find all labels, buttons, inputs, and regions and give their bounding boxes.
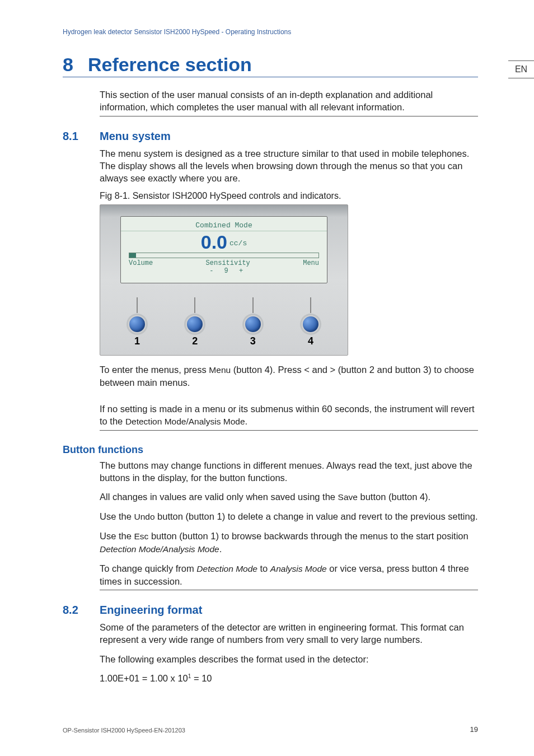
save-literal: Save xyxy=(338,492,358,502)
knob-number: 3 xyxy=(250,335,256,347)
screen-sens-nums: - 9 + xyxy=(153,267,303,275)
btnfn-p4a: Use the xyxy=(100,531,134,541)
header-sep: - xyxy=(219,28,226,36)
s82-eq: 1.00E+01 = 1.00 x 101 = 10 xyxy=(100,672,478,684)
btnfn-p3: Use the Undo button (button 1) to delete… xyxy=(100,510,478,523)
knob-number: 4 xyxy=(308,335,313,347)
device-panel: Combined Mode 0.0cc/s Volume Sensitivity… xyxy=(100,204,348,356)
screen-bar xyxy=(129,253,319,258)
knob-icon[interactable] xyxy=(128,315,146,333)
footer-doc-id: OP-Sensistor ISH2000 HySpeed-EN-201203 xyxy=(63,727,185,734)
screen-bar-fill xyxy=(129,253,136,258)
screen-label-sensitivity: Sensitivity - 9 + xyxy=(153,259,303,275)
s82-p1: Some of the parameters of the detector a… xyxy=(100,621,478,646)
knob-4: 4 xyxy=(302,297,320,347)
intro-text: This section of the user manual consists… xyxy=(100,88,478,114)
screen-unit: cc/s xyxy=(229,239,247,248)
language-tab: EN xyxy=(508,60,534,78)
chapter-heading: 8 Reference section xyxy=(63,54,478,77)
knob-icon[interactable] xyxy=(302,315,320,333)
knob-stick-icon xyxy=(252,297,254,313)
btnfn-p3a: Use the xyxy=(100,511,134,521)
btnfn-p5: To change quickly from Detection Mode to… xyxy=(100,562,478,587)
section-number: 8.2 xyxy=(63,604,88,617)
knob-number: 2 xyxy=(192,335,198,347)
figure-caption: Fig 8-1. Sensistor ISH2000 HySpeed contr… xyxy=(100,191,348,201)
btnfn-p5b: to xyxy=(257,563,270,573)
button-functions-body: The buttons may change functions in diff… xyxy=(100,459,478,590)
section-8-2-heading: 8.2 Engineering format xyxy=(63,604,478,617)
s81-p2a: To enter the menus, press xyxy=(100,365,209,375)
screen-value-number: 0.0 xyxy=(201,231,227,253)
button-functions-heading: Button functions xyxy=(63,444,478,456)
screen-sens-label: Sensitivity xyxy=(153,259,303,267)
chapter-number: 8 xyxy=(63,54,73,76)
s81-p3: If no setting is made in a menu or its s… xyxy=(100,403,478,428)
device-screen: Combined Mode 0.0cc/s Volume Sensitivity… xyxy=(120,216,327,283)
knob-1: 1 xyxy=(128,297,146,347)
header-right: Operating Instructions xyxy=(226,28,291,36)
menu-literal: Menu xyxy=(209,365,231,375)
knob-number: 1 xyxy=(134,335,140,347)
screen-bar-row xyxy=(121,253,327,258)
s82-p2: The following examples describes the for… xyxy=(100,653,478,665)
section-title: Engineering format xyxy=(100,604,202,617)
section-number: 8.1 xyxy=(63,130,88,143)
running-header: Hydrogen leak detector Sensistor ISH2000… xyxy=(63,28,478,36)
btnfn-p2a: All changes in values are valid only whe… xyxy=(100,492,338,502)
btnfn-p2b: button (button 4). xyxy=(358,492,430,502)
knob-row: 1 2 3 4 xyxy=(120,297,327,347)
knob-stick-icon xyxy=(310,297,311,313)
eq-b: = 10 xyxy=(191,673,212,683)
detection-mode-literal: Detection Mode xyxy=(196,564,257,573)
s81-p1: The menu system is designed as a tree st… xyxy=(100,147,478,185)
section-8-2-body: Some of the parameters of the detector a… xyxy=(100,621,478,684)
header-left: Hydrogen leak detector Sensistor ISH2000… xyxy=(63,28,219,36)
btnfn-p1: The buttons may change functions in diff… xyxy=(100,459,478,484)
knob-stick-icon xyxy=(194,297,195,313)
mode-literal: Detection Mode/Analysis Mode xyxy=(100,544,219,554)
undo-literal: Undo xyxy=(134,512,154,521)
s81-p2: To enter the menus, press Menu (button 4… xyxy=(100,363,478,389)
screen-label-menu: Menu xyxy=(303,259,319,275)
chapter-title: Reference section xyxy=(88,54,252,76)
figure-8-1: Fig 8-1. Sensistor ISH2000 HySpeed contr… xyxy=(100,191,348,356)
screen-label-volume: Volume xyxy=(129,259,153,275)
btnfn-p4b: button (button 1) to browse backwards th… xyxy=(148,531,468,541)
btnfn-p3b: button (button 1) to delete a change in … xyxy=(155,511,478,521)
section-title: Menu system xyxy=(100,130,171,143)
esc-literal: Esc xyxy=(134,531,148,541)
knob-3: 3 xyxy=(244,297,262,347)
s81-p3-block: If no setting is made in a menu or its s… xyxy=(100,403,478,431)
chapter-intro: This section of the user manual consists… xyxy=(100,88,478,116)
screen-mode: Combined Mode xyxy=(121,221,327,231)
knob-stick-icon xyxy=(137,297,138,313)
section-8-1-heading: 8.1 Menu system xyxy=(63,130,478,143)
eq-a: 1.00E+01 = 1.00 x 10 xyxy=(100,673,188,683)
section-8-1-body: The menu system is designed as a tree st… xyxy=(100,147,478,389)
screen-value: 0.0cc/s xyxy=(121,232,327,251)
page-number: 19 xyxy=(470,725,478,734)
btnfn-p2: All changes in values are valid only whe… xyxy=(100,491,478,503)
analysis-mode-literal: Analysis Mode xyxy=(270,564,327,573)
btnfn-p5a: To change quickly from xyxy=(100,563,196,573)
screen-bottom-row: Volume Sensitivity - 9 + Menu xyxy=(121,259,327,275)
knob-2: 2 xyxy=(186,297,204,347)
knob-icon[interactable] xyxy=(244,315,262,333)
s81-p3b: . xyxy=(245,416,248,426)
knob-icon[interactable] xyxy=(186,315,204,333)
mode-literal: Detection Mode/Analysis Mode xyxy=(125,417,245,426)
btnfn-p4c: . xyxy=(219,544,222,554)
btnfn-p4: Use the Esc button (button 1) to browse … xyxy=(100,530,478,556)
